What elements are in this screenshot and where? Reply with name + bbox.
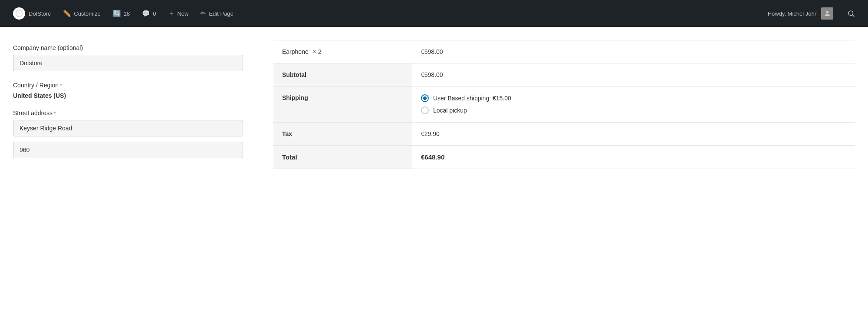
checkout-form: Company name (optional) Country / Region… bbox=[9, 40, 260, 173]
search-button[interactable] bbox=[841, 0, 861, 27]
street2-input[interactable] bbox=[13, 142, 243, 158]
total-value: €648.90 bbox=[412, 146, 855, 169]
user-greeting: Howdy, Michel John bbox=[768, 10, 818, 17]
main-content: Company name (optional) Country / Region… bbox=[0, 27, 868, 186]
total-row: Total €648.90 bbox=[273, 146, 855, 169]
shipping-option-2-label: Local pickup bbox=[433, 107, 467, 114]
admin-bar-right: Howdy, Michel John bbox=[762, 0, 861, 27]
subtotal-row: Subtotal €598.00 bbox=[273, 63, 855, 86]
shipping-option-2[interactable]: Local pickup bbox=[421, 106, 846, 114]
svg-point-2 bbox=[848, 11, 853, 16]
shipping-label: Shipping bbox=[273, 86, 412, 123]
edit-page-link[interactable]: ✏ Edit Page bbox=[194, 0, 239, 27]
radio-user-based[interactable] bbox=[421, 94, 429, 102]
shipping-option-1-label: User Based shipping: €15.00 bbox=[433, 95, 511, 102]
street-label: Street address* bbox=[13, 110, 247, 116]
order-summary: Earphone × 2 €598.00 Subtotal €598.00 Sh… bbox=[260, 40, 868, 173]
street-input[interactable] bbox=[13, 120, 243, 136]
admin-bar: DotStore ✏️ Customize 🔄 18 💬 0 ＋ New ✏ E… bbox=[0, 0, 868, 27]
street-required: * bbox=[54, 110, 56, 116]
company-field: Company name (optional) bbox=[13, 44, 247, 71]
tax-value: €29.90 bbox=[412, 123, 855, 146]
order-table: Earphone × 2 €598.00 Subtotal €598.00 Sh… bbox=[273, 40, 855, 169]
subtotal-value: €598.00 bbox=[412, 63, 855, 86]
radio-local-pickup[interactable] bbox=[421, 106, 429, 114]
site-name-link[interactable]: DotStore bbox=[7, 0, 57, 27]
user-avatar bbox=[821, 7, 833, 20]
customize-link[interactable]: ✏️ Customize bbox=[57, 0, 106, 27]
customize-icon: ✏️ bbox=[63, 10, 71, 17]
user-menu[interactable]: Howdy, Michel John bbox=[762, 0, 839, 27]
site-title: DotStore bbox=[29, 10, 51, 17]
product-name: Earphone bbox=[282, 48, 309, 55]
product-price: €598.00 bbox=[412, 40, 855, 63]
comments-link[interactable]: 💬 0 bbox=[136, 0, 162, 27]
site-logo bbox=[13, 7, 25, 20]
country-label: Country / Region* bbox=[13, 82, 247, 89]
shipping-options-cell: User Based shipping: €15.00 Local pickup bbox=[412, 86, 855, 123]
tax-row: Tax €29.90 bbox=[273, 123, 855, 146]
company-input[interactable] bbox=[13, 55, 243, 71]
street-field: Street address* bbox=[13, 110, 247, 158]
tax-label: Tax bbox=[273, 123, 412, 146]
country-field: Country / Region* United States (US) bbox=[13, 82, 247, 99]
shipping-options: User Based shipping: €15.00 Local pickup bbox=[421, 94, 846, 114]
subtotal-label: Subtotal bbox=[273, 63, 412, 86]
product-row: Earphone × 2 €598.00 bbox=[273, 40, 855, 63]
shipping-row: Shipping User Based shipping: €15.00 Loc… bbox=[273, 86, 855, 123]
product-cell: Earphone × 2 bbox=[273, 40, 412, 63]
updates-icon: 🔄 bbox=[113, 10, 121, 17]
country-value[interactable]: United States (US) bbox=[13, 92, 247, 99]
product-qty: × 2 bbox=[313, 48, 322, 55]
country-required: * bbox=[60, 82, 62, 89]
shipping-option-1[interactable]: User Based shipping: €15.00 bbox=[421, 94, 846, 102]
svg-point-1 bbox=[826, 11, 829, 13]
new-icon: ＋ bbox=[168, 10, 174, 18]
comments-icon: 💬 bbox=[142, 10, 150, 17]
svg-line-3 bbox=[852, 15, 854, 17]
new-content-link[interactable]: ＋ New bbox=[162, 0, 194, 27]
edit-page-icon: ✏ bbox=[201, 10, 206, 17]
updates-link[interactable]: 🔄 18 bbox=[107, 0, 136, 27]
company-label: Company name (optional) bbox=[13, 44, 247, 51]
total-label: Total bbox=[273, 146, 412, 169]
